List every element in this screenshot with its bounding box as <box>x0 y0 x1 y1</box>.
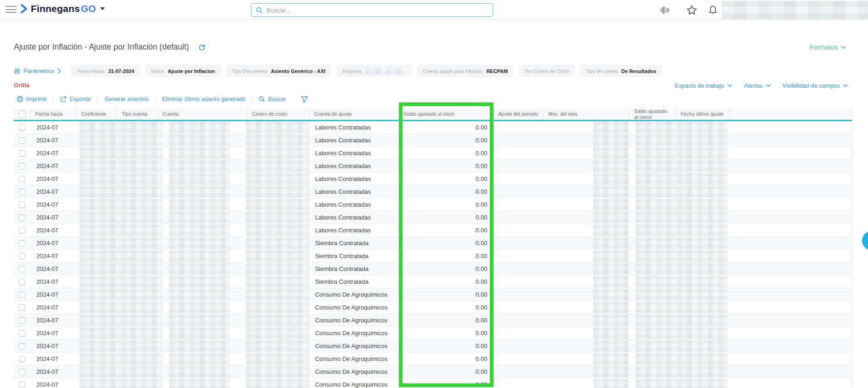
menu-icon[interactable] <box>6 6 17 14</box>
parameters-bar: Parámetros Fecha Hasta31-07-2024ÍndiceAj… <box>14 65 662 77</box>
apps-logo-icon[interactable] <box>658 4 672 17</box>
row-checkbox[interactable] <box>19 253 25 259</box>
table-row[interactable]: 2024-07Labores Contratadas0.00 <box>14 186 852 198</box>
row-checkbox[interactable] <box>19 214 25 221</box>
param-chip[interactable]: Por Centro de Costo <box>519 65 575 77</box>
column-header[interactable] <box>729 108 852 120</box>
row-checkbox[interactable] <box>19 163 25 169</box>
row-checkbox[interactable] <box>19 317 25 324</box>
row-select-cell <box>14 378 30 388</box>
row-checkbox[interactable] <box>19 240 25 247</box>
generate-entries-button[interactable]: Generar asientos <box>104 96 148 102</box>
row-checkbox[interactable] <box>19 202 25 208</box>
param-chip[interactable]: ÍndiceAjuste por Inflacion <box>145 65 221 77</box>
tab-grilla[interactable]: Grilla <box>14 82 30 89</box>
favorites-star-icon[interactable] <box>685 4 698 17</box>
row-checkbox[interactable] <box>19 124 25 131</box>
workspace-dropdown[interactable]: Espacio de trabajo <box>675 82 732 89</box>
param-chip-value: RECPAM <box>486 68 508 74</box>
row-checkbox[interactable] <box>19 292 25 298</box>
row-checkbox[interactable] <box>19 189 25 195</box>
table-row[interactable]: 2024-07Consumo De Agroquimicos0.00 <box>14 327 852 340</box>
search-input[interactable] <box>267 7 488 14</box>
notifications-bell-icon[interactable] <box>706 4 720 17</box>
column-header[interactable]: Fecha hasta <box>30 108 76 120</box>
column-header[interactable]: Saldo ajustado al inicio <box>399 108 494 120</box>
table-row[interactable]: 2024-07Labores Contratadas0.00 <box>14 160 852 173</box>
param-chip-value: Ajuste por Inflacion <box>168 68 215 74</box>
redacted-cell-blur <box>635 302 727 313</box>
row-checkbox[interactable] <box>19 176 25 182</box>
table-row[interactable]: 2024-07Consumo De Agroquimicos0.00 <box>14 340 852 353</box>
column-header[interactable]: Fecha último ajuste <box>675 108 729 120</box>
param-chip[interactable]: Empresa <box>336 65 412 77</box>
redacted-cell-blur <box>635 379 727 388</box>
table-row[interactable]: 2024-07Siembra Contratada0.00 <box>14 263 852 276</box>
row-checkbox[interactable] <box>19 356 25 362</box>
column-header[interactable]: Cuenta <box>158 108 247 120</box>
table-row[interactable]: 2024-07Labores Contratadas0.00 <box>14 224 852 237</box>
row-checkbox[interactable] <box>19 137 25 144</box>
app-logo[interactable]: FinnegansGO <box>20 3 105 14</box>
cell-ajuste-periodo <box>493 378 543 388</box>
floating-action-button[interactable] <box>862 231 868 250</box>
column-header[interactable]: Tipo cuenta <box>117 108 158 120</box>
table-row[interactable]: 2024-07Labores Contratadas0.00 <box>14 173 852 186</box>
grid-body: 2024-07Labores Contratadas0.002024-07Lab… <box>14 121 852 388</box>
cell-saldo-inicio-text: 0.00 <box>476 355 487 362</box>
alerts-dropdown[interactable]: Alertas <box>744 82 770 89</box>
table-row[interactable]: 2024-07Consumo De Agroquimicos0.00 <box>14 314 852 327</box>
column-header[interactable]: Cuenta de ajuste <box>309 108 399 120</box>
column-header[interactable]: Ajuste del periodo <box>493 108 543 120</box>
grid-search-button[interactable]: Buscar <box>259 96 286 102</box>
redacted-cell-blur <box>79 289 163 300</box>
table-row[interactable]: 2024-07Consumo De Agroquimicos0.00 <box>14 301 852 314</box>
formats-dropdown[interactable]: Formatos <box>810 44 846 51</box>
param-chip[interactable]: Tipo de cuentaDe Resultados <box>580 65 663 77</box>
row-checkbox[interactable] <box>19 227 25 234</box>
row-checkbox[interactable] <box>19 382 25 388</box>
column-header[interactable]: Saldo ajustado al cierre <box>629 108 675 120</box>
row-checkbox[interactable] <box>19 266 25 272</box>
print-button[interactable]: Imprimir <box>17 96 47 102</box>
delete-last-entry-button[interactable]: Eliminar último asiento generado <box>162 96 245 102</box>
table-row[interactable]: 2024-07Siembra Contratada0.00 <box>14 276 852 288</box>
table-row[interactable]: 2024-07Siembra Contratada0.00 <box>14 250 852 263</box>
table-row[interactable]: 2024-07Labores Contratadas0.00 <box>14 121 852 134</box>
logo-caret-down-icon[interactable] <box>100 7 105 11</box>
column-header[interactable]: Centro de costo <box>247 108 309 120</box>
field-visibility-dropdown[interactable]: Visibilidad de campos <box>783 82 848 89</box>
parameters-toggle[interactable]: Parámetros <box>14 67 61 74</box>
param-chip[interactable]: Fecha Hasta31-07-2024 <box>71 65 140 77</box>
param-chip[interactable]: Cuenta ajuste para inflaciónRECPAM <box>417 65 514 77</box>
row-checkbox[interactable] <box>19 343 25 349</box>
table-row[interactable]: 2024-07Labores Contratadas0.00 <box>14 198 852 211</box>
column-header[interactable]: Mov. del mes <box>543 108 629 120</box>
refresh-button[interactable] <box>195 40 209 54</box>
user-account-redacted[interactable] <box>721 1 868 19</box>
toolbar-separator <box>97 95 98 103</box>
param-chip[interactable]: Tipo DocumentoAsiento Genérico - AXI <box>226 65 331 77</box>
table-row[interactable]: 2024-07Consumo De Agroquimicos0.00 <box>14 378 852 388</box>
table-row[interactable]: 2024-07Labores Contratadas0.00 <box>14 211 852 224</box>
row-checkbox[interactable] <box>19 304 25 311</box>
row-checkbox[interactable] <box>19 150 25 157</box>
table-row[interactable]: 2024-07Consumo De Agroquimicos0.00 <box>14 366 852 378</box>
row-checkbox[interactable] <box>19 279 25 285</box>
redacted-cell-blur <box>635 225 727 236</box>
redacted-cell-blur <box>79 225 163 236</box>
filter-funnel-icon[interactable] <box>301 96 308 103</box>
table-row[interactable]: 2024-07Labores Contratadas0.00 <box>14 147 852 160</box>
table-row[interactable]: 2024-07Siembra Contratada0.00 <box>14 237 852 250</box>
cell-ajuste-periodo <box>493 250 543 262</box>
select-all-checkbox[interactable] <box>18 111 26 118</box>
row-checkbox[interactable] <box>19 369 25 375</box>
export-button[interactable]: Exportar <box>60 96 91 102</box>
row-checkbox[interactable] <box>19 330 25 337</box>
global-search[interactable] <box>251 3 493 17</box>
table-row[interactable]: 2024-07Consumo De Agroquimicos0.00 <box>14 353 852 366</box>
table-row[interactable]: 2024-07Labores Contratadas0.00 <box>14 134 852 147</box>
table-row[interactable]: 2024-07Consumo De Agroquimicos0.00 <box>14 288 852 301</box>
column-header[interactable]: Coeficiente <box>76 108 117 120</box>
redacted-cell-blur <box>635 147 727 159</box>
